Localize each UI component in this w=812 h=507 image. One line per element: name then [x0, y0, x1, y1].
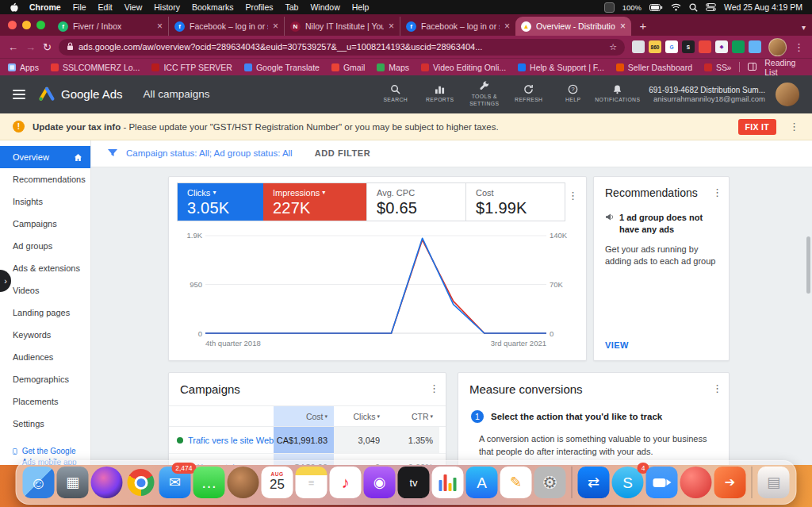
- extension-icon[interactable]: S: [682, 40, 695, 53]
- menubar-item-chrome[interactable]: Chrome: [29, 2, 61, 12]
- dock-mail-icon[interactable]: ✉2,474: [159, 467, 191, 498]
- view-link[interactable]: VIEW: [605, 340, 629, 350]
- nav-notifications[interactable]: NOTIFICATIONS: [598, 84, 637, 103]
- sidebar-item-videos[interactable]: Videos: [0, 279, 90, 302]
- dock-finder-icon[interactable]: ☺: [23, 467, 55, 498]
- reload-button[interactable]: ↻: [43, 42, 52, 52]
- column-header-ctr[interactable]: CTR ▾: [386, 406, 439, 426]
- extension-icon[interactable]: [632, 40, 645, 53]
- bookmark-item[interactable]: Help & Support | F...: [518, 63, 604, 72]
- menubar-item-history[interactable]: History: [154, 2, 180, 12]
- browser-tab[interactable]: fFacebook – log in or sign up×: [168, 17, 284, 36]
- dock-charts-app-icon[interactable]: [432, 467, 464, 498]
- sidebar-item-campaigns[interactable]: Campaigns: [0, 213, 90, 235]
- extension-icon[interactable]: ◆: [715, 40, 728, 53]
- column-header-clicks[interactable]: Clicks ▾: [334, 406, 386, 426]
- scorecard-cost[interactable]: Cost$1.99K: [465, 183, 565, 221]
- extension-icon[interactable]: [732, 40, 745, 53]
- sidebar-item-placements[interactable]: Placements: [0, 390, 90, 413]
- add-filter-button[interactable]: ADD FILTER: [315, 148, 371, 158]
- dock-podcasts-icon[interactable]: ◉: [364, 467, 396, 498]
- menubar-item-help[interactable]: Help: [352, 2, 370, 12]
- dock-messages-icon[interactable]: …: [193, 467, 225, 498]
- sidebar-item-keywords[interactable]: Keywords: [0, 324, 90, 346]
- overflow-menu-icon[interactable]: ⋮: [712, 382, 722, 394]
- bookmark-item[interactable]: Gmail: [331, 63, 365, 72]
- menubar-item-edit[interactable]: Edit: [98, 2, 113, 12]
- dock-calendar-icon[interactable]: AUG25: [262, 467, 293, 498]
- bookmark-item[interactable]: SSLCOMMERZ Lo...: [51, 63, 140, 72]
- dock-trash-icon[interactable]: ▤: [758, 467, 790, 498]
- browser-tab[interactable]: fFiverr / Inbox×: [52, 17, 168, 36]
- dock-music-icon[interactable]: ♪: [330, 467, 362, 498]
- overflow-menu-icon[interactable]: ⋮: [712, 186, 722, 198]
- scope-selector[interactable]: All campaigns: [144, 88, 210, 100]
- filter-summary[interactable]: Campaign status: All; Ad group status: A…: [126, 148, 293, 158]
- menubar-item-profiles[interactable]: Profiles: [245, 2, 273, 12]
- address-bar[interactable]: ads.google.com/aw/overview?ocid=28963404…: [59, 39, 625, 56]
- alert-menu-icon[interactable]: ⋮: [789, 121, 799, 133]
- browser-tab[interactable]: NNiloy IT Institute | Your better f×: [284, 17, 400, 36]
- bookmark-item[interactable]: ICC FTP SERVER: [151, 63, 232, 72]
- sidebar-item-settings[interactable]: Settings: [0, 413, 90, 435]
- menubar-item-tab[interactable]: Tab: [285, 2, 298, 12]
- control-center-icon[interactable]: [706, 3, 716, 11]
- google-ads-logo[interactable]: Google Ads: [38, 86, 123, 102]
- tab-close-icon[interactable]: ×: [620, 21, 626, 32]
- dock-skype-icon[interactable]: S4: [612, 467, 644, 498]
- screen-recording-icon[interactable]: [604, 2, 615, 13]
- bookmark-item[interactable]: SSL Comerce Panel: [704, 63, 727, 72]
- tab-close-icon[interactable]: ×: [389, 21, 394, 32]
- nav-help[interactable]: ? HELP: [553, 84, 592, 103]
- menubar-item-window[interactable]: Window: [310, 2, 339, 12]
- scorecard-clicks[interactable]: Clicks ▾3.05K: [178, 183, 263, 221]
- campaign-row[interactable]: Trafic vers le site WebCA$1,991.833,0491…: [169, 427, 446, 454]
- browser-tab[interactable]: ▲Overview - Distribution Summ×: [515, 17, 631, 36]
- page-scrollbar[interactable]: [806, 236, 810, 294]
- browser-tab[interactable]: fFacebook – log in or sign up×: [400, 17, 515, 36]
- overflow-menu-icon[interactable]: ⋮: [568, 190, 578, 202]
- campaign-link[interactable]: Trafic vers le site Web: [188, 436, 274, 445]
- forward-button[interactable]: →: [25, 42, 36, 52]
- menubar-item-view[interactable]: View: [124, 2, 143, 12]
- sidebar-item-recommendations[interactable]: Recommendations: [0, 168, 90, 190]
- menubar-clock[interactable]: Wed 25 Aug 4:19 PM: [724, 2, 802, 12]
- nav-tools-settings[interactable]: TOOLS & SETTINGS: [465, 81, 504, 107]
- dock-zoom-icon[interactable]: [646, 467, 678, 498]
- extension-icon[interactable]: G: [665, 40, 678, 53]
- overflow-menu-icon[interactable]: ⋮: [429, 382, 439, 394]
- hamburger-menu-icon[interactable]: [13, 90, 25, 99]
- menubar-item-file[interactable]: File: [73, 2, 86, 12]
- bookmark-item[interactable]: ▦Apps: [8, 63, 39, 72]
- profile-avatar[interactable]: [768, 38, 787, 56]
- window-zoom-button[interactable]: [36, 21, 45, 29]
- tab-close-icon[interactable]: ×: [157, 21, 163, 32]
- bookmark-item[interactable]: Google Translate: [244, 63, 320, 72]
- reading-list-label[interactable]: Reading List: [764, 58, 804, 77]
- dock-launchpad-icon[interactable]: ▦: [57, 467, 89, 498]
- sidebar-item-landing-pages[interactable]: Landing pages: [0, 302, 90, 324]
- dock-siri-icon[interactable]: [91, 467, 123, 498]
- dock-app-brown-circle-icon[interactable]: [228, 467, 259, 498]
- scorecard-avg-cpc[interactable]: Avg. CPC$0.65: [366, 183, 465, 221]
- sidebar-item-ads-extensions[interactable]: Ads & extensions: [0, 257, 90, 279]
- sidebar-item-audiences[interactable]: Audiences: [0, 346, 90, 368]
- sidebar-item-overview[interactable]: Overview: [0, 146, 90, 168]
- dock-app-orange-arrow-icon[interactable]: ➔: [714, 467, 746, 498]
- extension-icon[interactable]: 860: [649, 40, 661, 53]
- spotlight-search-icon[interactable]: [689, 3, 698, 12]
- tab-close-icon[interactable]: ×: [273, 21, 278, 32]
- window-close-button[interactable]: [8, 21, 17, 29]
- dock-app-red-circle-icon[interactable]: [680, 467, 712, 498]
- dock-system-preferences-icon[interactable]: ⚙: [534, 467, 566, 498]
- dock-chrome-icon[interactable]: [125, 467, 157, 498]
- sidebar-item-demographics[interactable]: Demographics: [0, 368, 90, 390]
- new-tab-button[interactable]: +: [634, 17, 652, 34]
- battery-icon[interactable]: [649, 4, 663, 11]
- wifi-icon[interactable]: [671, 3, 681, 11]
- extension-icon[interactable]: [749, 40, 761, 53]
- bookmark-item[interactable]: Video Editing Onli...: [421, 63, 506, 72]
- back-button[interactable]: ←: [8, 42, 18, 52]
- dock-tv-icon[interactable]: tv: [398, 467, 430, 498]
- dock-teamviewer-icon[interactable]: ⇄: [578, 467, 610, 498]
